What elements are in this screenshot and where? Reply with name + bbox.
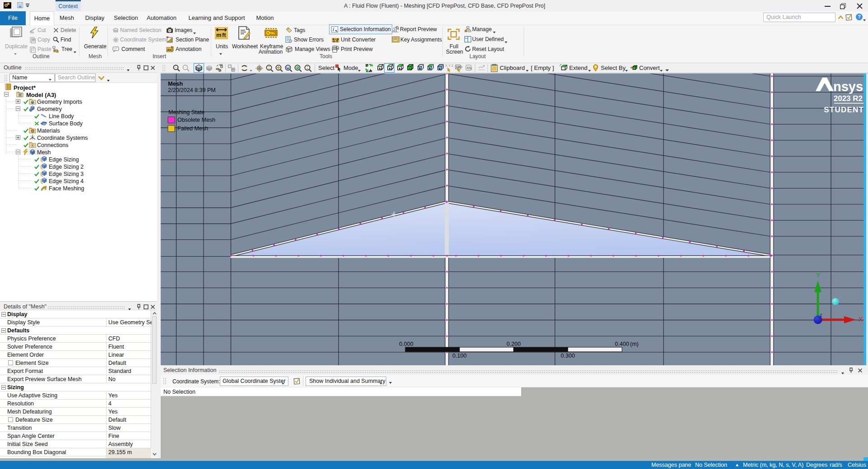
svg-text:Meshing State: Meshing State xyxy=(168,109,204,115)
svg-text:m: m xyxy=(333,40,335,43)
svg-text:Failed Mesh: Failed Mesh xyxy=(177,125,208,132)
svg-text:Ab: Ab xyxy=(167,48,171,51)
svg-text:0.200: 0.200 xyxy=(506,341,520,347)
svg-text:0.400: 0.400 xyxy=(615,341,629,347)
svg-text:2023 R2: 2023 R2 xyxy=(834,94,863,103)
svg-text:X: X xyxy=(859,316,863,323)
svg-text:Mesh: Mesh xyxy=(168,80,183,87)
svg-text:m: m xyxy=(216,32,222,38)
svg-text:0.100: 0.100 xyxy=(452,353,466,359)
svg-text:0.000: 0.000 xyxy=(399,341,413,347)
svg-text:nsys: nsys xyxy=(833,79,863,94)
svg-text:STUDENT: STUDENT xyxy=(824,106,864,114)
svg-text:ft: ft xyxy=(222,32,226,38)
svg-text:Y: Y xyxy=(816,271,821,279)
svg-text:0.300: 0.300 xyxy=(561,353,575,359)
svg-text:2/20/2024 8:39 PM: 2/20/2024 8:39 PM xyxy=(168,87,216,93)
svg-text:(m): (m) xyxy=(630,341,639,347)
svg-text:Obsolete Mesh: Obsolete Mesh xyxy=(177,117,215,123)
